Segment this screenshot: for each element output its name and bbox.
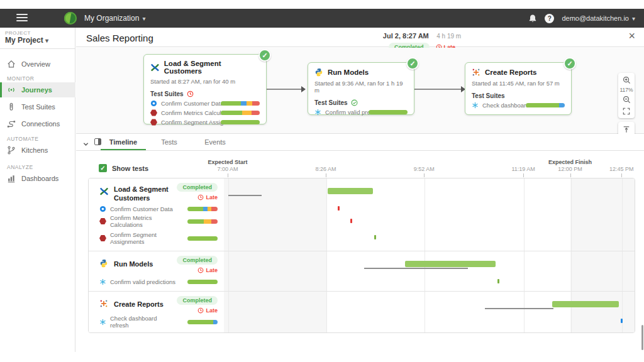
node-test-row: Confirm Segment Assignments xyxy=(144,116,266,126)
tab-timeline[interactable]: Timeline xyxy=(101,134,146,150)
node-test-row: Confirm Metrics Calculations xyxy=(144,107,266,116)
user-menu[interactable]: demo@datakitchen.io▾ xyxy=(562,14,635,22)
sidebar-section-monitor: MONITOR xyxy=(7,75,34,82)
node-test-row: Confirm valid predictions xyxy=(308,106,414,116)
notifications-icon[interactable] xyxy=(528,14,537,23)
node-load-segment-customers[interactable]: ✓ Load & Segment Customers Started at 8:… xyxy=(143,54,267,124)
gantt-row-load-segment-customers: Load & Segment Customers Completed Late … xyxy=(89,178,635,251)
actual-run-bar[interactable] xyxy=(552,301,618,307)
sidebar-item-connections[interactable]: Connections xyxy=(0,116,75,131)
axis-tick-label: 8:26 AM xyxy=(288,166,364,172)
zoom-out-button[interactable] xyxy=(623,94,631,105)
project-label: PROJECT xyxy=(5,30,31,36)
row-title: Create Reports xyxy=(114,300,182,309)
expected-run-line[interactable] xyxy=(228,195,262,196)
row-label[interactable]: Run Models Completed Late Confirm valid … xyxy=(89,251,224,291)
test-result-bar xyxy=(526,103,565,107)
sidebar-item-kitchens[interactable]: Kitchens xyxy=(0,143,75,158)
actual-run-bar[interactable] xyxy=(405,261,495,267)
menu-icon[interactable] xyxy=(16,14,28,22)
fit-view-button[interactable] xyxy=(623,106,630,116)
chevron-down-icon: ▾ xyxy=(45,37,48,44)
node-test-row: Check dashboard refresh xyxy=(465,99,571,109)
node-create-reports[interactable]: ✓ Create Reports Started at 11:45 AM, ra… xyxy=(465,62,572,115)
branch-icon xyxy=(7,146,16,155)
chevron-down-icon: ▾ xyxy=(142,15,145,22)
clock-icon xyxy=(197,267,204,273)
node-test-suites: Test Suites xyxy=(465,87,571,99)
node-started: Started at 11:45 AM, ran for 57 m xyxy=(465,77,571,87)
row-test: Confirm Customer Data xyxy=(89,202,224,215)
expected-run-line[interactable] xyxy=(485,308,553,309)
gantt-table: Load & Segment Customers Completed Late … xyxy=(88,178,635,333)
node-run-models[interactable]: ✓ Run Models Started at 9:36 AM, ran for… xyxy=(308,62,414,115)
sidebar-item-dashboards[interactable]: Dashboards xyxy=(0,171,75,186)
snowflake-icon xyxy=(472,102,479,109)
row-chart xyxy=(224,292,635,332)
axis-top-label: Expected Start xyxy=(190,159,265,165)
axis-tick-mark xyxy=(523,173,524,177)
axis-top-label: Expected Finish xyxy=(533,159,608,165)
arrow-right-icon xyxy=(301,86,306,92)
gantt-axis: Expected Start7:00 AM8:26 AM9:52 AM11:19… xyxy=(223,159,641,178)
test-run-mark[interactable] xyxy=(350,219,352,223)
close-icon[interactable]: × xyxy=(628,30,635,41)
gantt-row-create-reports: Create Reports Completed Late Check dash… xyxy=(89,291,635,332)
run-duration: 4 h 19 m xyxy=(436,33,461,40)
row-test: Confirm Segment Assignments xyxy=(89,229,224,248)
late-badge: Late xyxy=(197,194,218,200)
hexagon-red-icon xyxy=(99,235,106,242)
actual-run-bar[interactable] xyxy=(328,188,374,194)
node-test-suites: Test Suites xyxy=(144,85,266,97)
status-badge: Completed xyxy=(177,256,218,265)
show-tests-checkbox[interactable]: ✓ Show tests xyxy=(99,164,148,172)
row-label[interactable]: Create Reports Completed Late Check dash… xyxy=(89,292,224,332)
test-run-mark[interactable] xyxy=(621,319,623,323)
home-icon xyxy=(7,60,16,69)
test-result-bar xyxy=(187,280,218,284)
late-clock-icon xyxy=(187,90,194,97)
zoom-in-button[interactable] xyxy=(623,75,631,85)
project-selector[interactable]: My Project ▾ xyxy=(5,36,48,45)
run-timestamp: Jul 2, 8:27 AM xyxy=(383,32,429,40)
journey-header: Sales Reporting Jul 2, 8:27 AM 4 h 19 m … xyxy=(76,28,644,47)
test-tube-icon xyxy=(7,102,16,111)
hexagon-red-icon xyxy=(150,119,157,126)
test-result-bar xyxy=(187,207,218,211)
row-label[interactable]: Load & Segment Customers Completed Late … xyxy=(89,178,224,251)
gear-blue-icon xyxy=(150,100,157,107)
axis-tick-label: 7:00 AM xyxy=(190,166,265,172)
node-title: Run Models xyxy=(308,63,414,77)
node-test-suites: Test Suites xyxy=(308,94,414,106)
connector-line xyxy=(414,89,465,90)
sidebar-section-automate: AUTOMATE xyxy=(7,136,38,142)
gear-blue-icon xyxy=(99,206,106,212)
snowflake-icon xyxy=(99,278,106,285)
node-test-row: Confirm Customer Data xyxy=(144,97,266,107)
hexagon-red-icon xyxy=(150,109,157,116)
connections-icon xyxy=(7,119,16,128)
org-selector[interactable]: My Organization▾ xyxy=(84,14,145,23)
journey-canvas: ✓ Load & Segment Customers Started at 8:… xyxy=(76,48,644,134)
python-icon xyxy=(99,259,108,268)
journeys-icon xyxy=(7,85,16,94)
tab-tests[interactable]: Tests xyxy=(147,134,192,150)
sidebar-item-overview[interactable]: Overview xyxy=(0,57,75,72)
test-result-bar xyxy=(187,219,218,224)
axis-tick-label: 9:52 AM xyxy=(386,166,462,172)
scrollbar-thumb[interactable] xyxy=(641,325,643,350)
test-run-mark[interactable] xyxy=(338,206,340,211)
sidebar-item-test-suites[interactable]: Test Suites xyxy=(0,99,75,114)
sidebar-item-journeys[interactable]: Journeys xyxy=(0,82,75,97)
tab-events[interactable]: Events xyxy=(192,134,238,150)
row-chart xyxy=(224,251,635,291)
chevron-down-icon: ▾ xyxy=(632,15,635,22)
expected-run-line[interactable] xyxy=(364,268,468,269)
test-run-mark[interactable] xyxy=(374,235,376,239)
help-icon[interactable]: ? xyxy=(545,14,554,23)
tab-bar: Timeline Tests Events xyxy=(76,134,644,151)
bar-chart-icon xyxy=(7,174,16,183)
test-run-mark[interactable] xyxy=(497,279,499,283)
chevron-down-icon[interactable] xyxy=(82,139,89,150)
row-title: Load & Segment Customers xyxy=(114,185,182,202)
